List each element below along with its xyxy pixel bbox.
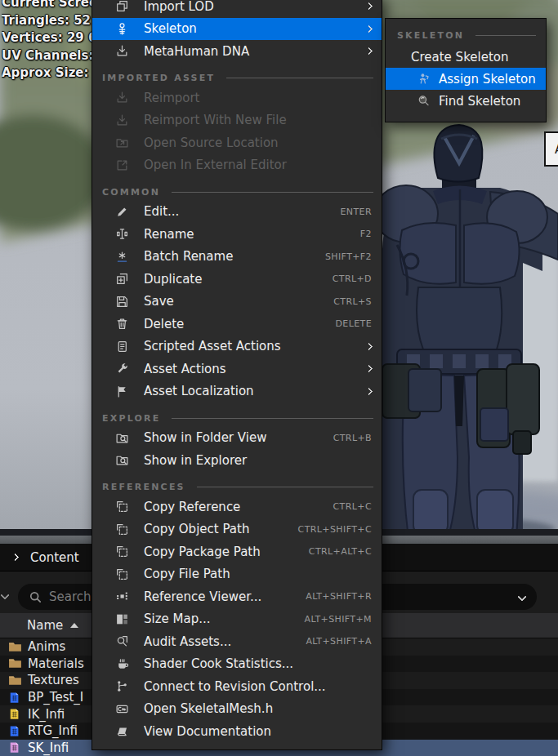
unreal-editor-window: Current Screen Triangles: 52 0 Vertices:… <box>0 0 558 756</box>
sort-ascending-icon <box>70 623 78 628</box>
skeleton-icon <box>114 21 129 36</box>
search-options-chevron-icon[interactable] <box>517 592 526 601</box>
rename-icon <box>114 227 129 242</box>
menu-item-show-in-folder-view[interactable]: Show in Folder ViewCTRL+B <box>92 427 382 450</box>
menu-item-copy-file-path[interactable]: Copy File Path <box>92 563 382 586</box>
menu-item-view-documentation[interactable]: View Documentation <box>92 720 382 743</box>
section-header-label: IMPORTED ASSET <box>102 73 215 83</box>
section-divider-line <box>197 487 373 487</box>
menu-item-label: Open Source Location <box>144 136 372 150</box>
menu-item-label: Show in Explorer <box>144 453 372 468</box>
context-menu-sections: Import LODSkeletonMetaHuman DNAIMPORTED … <box>92 0 382 743</box>
menu-item-open-skeletalmesh-h[interactable]: Open SkeletalMesh.h <box>92 698 382 721</box>
menu-item-copy-reference[interactable]: Copy ReferenceCTRL+C <box>92 496 382 518</box>
breadcrumb-chevron-icon <box>11 554 20 562</box>
menu-item-label: Save <box>144 294 325 309</box>
copy-icon <box>114 567 129 581</box>
folder-search-icon <box>114 453 129 468</box>
menu-item-metahuman-dna[interactable]: MetaHuman DNA <box>92 40 382 63</box>
menu-item-label: Import LOD <box>144 0 358 14</box>
menu-item-label: Open In External Editor <box>144 158 372 172</box>
submenu-item-find-skeleton[interactable]: Find Skeleton <box>386 90 546 112</box>
section-divider-line <box>226 78 373 78</box>
menu-item-shader-cook-statistics[interactable]: Shader Cook Statistics... <box>92 653 382 676</box>
file-name-label: BP_Test_I <box>28 690 83 705</box>
menu-item-label: Asset Actions <box>144 362 358 376</box>
save-icon <box>114 294 129 309</box>
submenu-item-assign-skeleton[interactable]: Assign Skeleton <box>386 68 546 90</box>
filter-chevron-down-icon[interactable] <box>0 590 9 599</box>
menu-item-shortcut: ALT+SHIFT+M <box>304 614 372 625</box>
menu-section-header-imported-asset: IMPORTED ASSET <box>92 63 382 87</box>
menu-item-label: Copy Package Path <box>144 545 301 559</box>
menu-item-label: Show in Folder View <box>144 430 325 445</box>
menu-item-copy-object-path[interactable]: Copy Object PathCTRL+SHIFT+C <box>92 518 382 541</box>
submenu-chevron-icon <box>365 365 373 373</box>
menu-item-label: Edit... <box>144 204 333 219</box>
submenu-section-header: SKELETON <box>386 30 546 46</box>
menu-item-shortcut: CTRL+C <box>333 501 372 512</box>
section-divider-line <box>172 192 373 193</box>
revision-control-icon <box>114 679 129 694</box>
menu-item-label: Scripted Asset Actions <box>144 339 358 354</box>
folder-icon <box>7 674 22 687</box>
open-external-editor-icon <box>114 158 129 172</box>
edit-icon <box>114 204 129 219</box>
menu-item-shortcut: CTRL+S <box>333 296 372 307</box>
menu-item-reference-viewer[interactable]: Reference Viewer...ALT+SHIFT+R <box>92 585 382 608</box>
menu-item-shortcut: DELETE <box>335 318 372 329</box>
menu-item-import-lod[interactable]: Import LOD <box>92 0 382 18</box>
menu-item-open-source-location: Open Source Location <box>92 131 382 154</box>
menu-section-header-explore: EXPLORE <box>92 402 382 427</box>
menu-item-label: Batch Rename <box>144 249 317 264</box>
menu-item-label: Connect to Revision Control... <box>144 679 372 694</box>
menu-item-reimport: Reimport <box>92 87 382 109</box>
menu-item-reimport-with-new-file: Reimport With New File <box>92 109 382 132</box>
stat-line: Current Screen <box>2 0 95 12</box>
menu-item-batch-rename[interactable]: Batch RenameSHIFT+F2 <box>92 246 382 269</box>
menu-item-edit[interactable]: Edit...ENTER <box>92 201 382 224</box>
menu-item-size-map[interactable]: Size Map...ALT+SHIFT+M <box>92 608 382 631</box>
menu-item-shortcut: CTRL+ALT+C <box>309 546 372 557</box>
asset-icon <box>7 724 22 738</box>
tooltip: A <box>544 131 558 167</box>
menu-item-open-in-external-editor: Open In External Editor <box>92 154 382 177</box>
folder-icon <box>7 640 22 654</box>
menu-item-label: Size Map... <box>144 611 296 626</box>
menu-item-skeleton[interactable]: Skeleton <box>92 18 382 41</box>
menu-item-save[interactable]: SaveCTRL+S <box>92 291 382 314</box>
viewport-stats: Current Screen Triangles: 52 0 Vertices:… <box>2 0 95 82</box>
menu-item-shortcut: ALT+SHIFT+A <box>306 636 372 647</box>
menu-item-scripted-asset-actions[interactable]: Scripted Asset Actions <box>92 336 382 358</box>
copy-icon <box>114 500 129 514</box>
asset-icon <box>7 740 22 754</box>
menu-item-shortcut: ENTER <box>341 207 373 217</box>
asset-context-menu: Import LODSkeletonMetaHuman DNAIMPORTED … <box>92 0 382 750</box>
menu-item-shortcut: ALT+SHIFT+R <box>306 591 372 602</box>
section-divider-line <box>172 418 373 419</box>
menu-item-copy-package-path[interactable]: Copy Package PathCTRL+ALT+C <box>92 540 382 563</box>
cpp-header-icon <box>114 701 129 716</box>
menu-item-duplicate[interactable]: DuplicateCTRL+D <box>92 268 382 291</box>
menu-item-audit-assets[interactable]: Audit Assets...ALT+SHIFT+A <box>92 630 382 653</box>
menu-item-show-in-explorer[interactable]: Show in Explorer <box>92 449 382 472</box>
menu-item-rename[interactable]: RenameF2 <box>92 223 382 246</box>
menu-item-asset-localization[interactable]: Asset Localization <box>92 380 382 403</box>
submenu-item-create-skeleton[interactable]: Create Skeleton <box>386 46 546 68</box>
menu-item-label: Copy Reference <box>144 500 325 514</box>
menu-item-asset-actions[interactable]: Asset Actions <box>92 358 382 380</box>
menu-item-shortcut: F2 <box>360 229 372 239</box>
search-icon <box>29 591 42 603</box>
menu-item-delete[interactable]: DeleteDELETE <box>92 313 382 336</box>
asset-actions-icon <box>114 362 129 376</box>
menu-item-label: Open SkeletalMesh.h <box>144 701 372 716</box>
menu-item-connect-to-revision-control[interactable]: Connect to Revision Control... <box>92 675 382 698</box>
stat-line: Vertices: 29 68 <box>2 29 95 47</box>
find-skeleton-icon <box>416 94 431 109</box>
reference-viewer-icon <box>114 589 129 604</box>
stat-line: Triangles: 52 0 <box>2 12 95 30</box>
submenu-header-label: SKELETON <box>397 30 464 41</box>
submenu-items: Create SkeletonAssign SkeletonFind Skele… <box>386 46 546 112</box>
menu-item-label: Shader Cook Statistics... <box>144 656 372 671</box>
batch-rename-icon <box>114 249 129 264</box>
